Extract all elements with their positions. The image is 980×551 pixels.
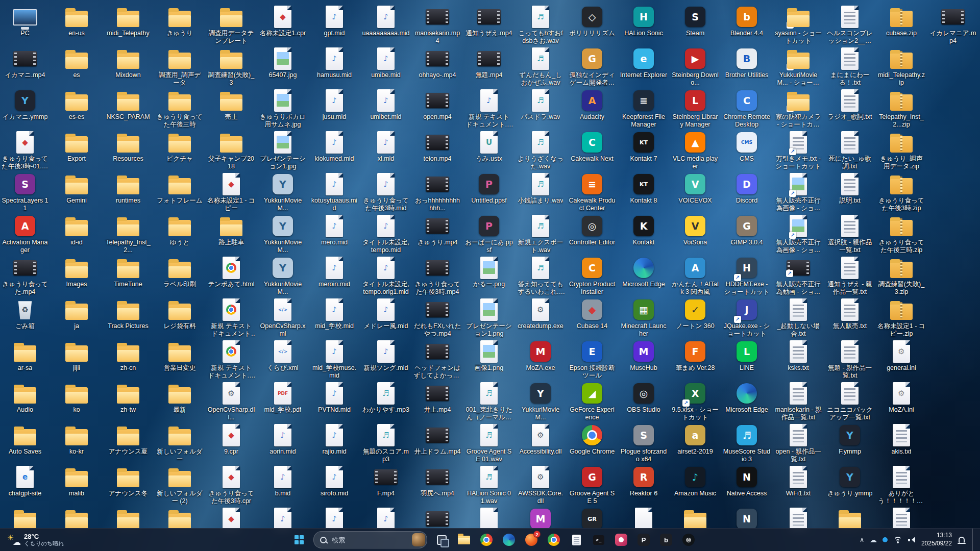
show-desktop-button[interactable] <box>972 529 975 551</box>
desktop-icon[interactable]: Auto Saves <box>1 423 49 465</box>
desktop-icon[interactable]: midi_Telepathy <box>104 5 152 47</box>
desktop-icon[interactable]: 選択肢 - 親作品一覧.txt <box>826 214 874 256</box>
desktop-icon[interactable]: ⚙general.ini <box>877 340 925 382</box>
desktop-icon[interactable]: ▦Minecraft Launcher <box>620 298 668 340</box>
desktop-icon[interactable]: 65407.jpg <box>259 47 307 89</box>
desktop-icon[interactable]: 最新 <box>156 382 204 423</box>
desktop-icon[interactable]: ↗家の防犯カメラ - ショートカット <box>774 89 822 131</box>
desktop-icon[interactable]: Microsoft Edge <box>723 382 771 423</box>
desktop-icon[interactable]: zh-cn <box>104 340 152 382</box>
desktop-icon[interactable]: ◇ポリリリリズム <box>568 5 616 47</box>
desktop-icon[interactable]: KTKontakt 8 <box>620 172 668 214</box>
desktop-icon[interactable]: Microsoft Edge <box>620 256 668 298</box>
desktop-icon[interactable]: VVOICEVOX <box>671 172 719 214</box>
desktop-icon[interactable]: aairset2-2019 <box>671 423 719 465</box>
desktop-icon[interactable]: ↗syasinn - ショートカット <box>774 5 822 47</box>
desktop-icon[interactable]: LSteinberg Library Manager <box>671 89 719 131</box>
desktop-icon[interactable]: 説明.txt <box>826 172 874 214</box>
search-box[interactable] <box>313 531 427 548</box>
desktop-icon[interactable]: YF.ymmp <box>826 423 874 465</box>
desktop-icon[interactable]: Yイカマニ.ymmp <box>1 89 49 131</box>
desktop-icon[interactable]: AAudacity <box>568 89 616 131</box>
desktop-icon[interactable]: midi_Telepathy.zip <box>877 47 925 89</box>
desktop-icon[interactable]: 調査用データテンプレート <box>207 5 255 47</box>
notification-bell-icon[interactable] <box>959 537 965 543</box>
desktop-icon[interactable]: ♪sirofo.mid <box>310 465 358 507</box>
onedrive-cloud-icon[interactable]: ☁ <box>870 536 877 544</box>
desktop-icon[interactable]: GGIMP 3.0.4 <box>723 214 771 256</box>
desktop-icon[interactable]: ↗無人販売不正行為動画 - ショートカット <box>774 256 822 298</box>
desktop-icon[interactable]: 無題.mp4 <box>465 47 513 89</box>
desktop-icon[interactable]: ♬わかりやす.mp3 <box>362 382 410 423</box>
desktop-icon[interactable]: ▲VLC media player <box>671 131 719 172</box>
clock[interactable]: 13:13 2025/09/22 <box>921 532 952 547</box>
desktop-icon[interactable]: ↗万引きメモ.txt - ショートカット <box>774 131 822 172</box>
desktop-icon[interactable]: KTKontakt 7 <box>620 131 668 172</box>
desktop-icon[interactable]: アナウンス冬 <box>104 465 152 507</box>
desktop-icon[interactable]: ⚙AWSSDK.Core.dll <box>517 465 565 507</box>
desktop-icon[interactable]: RReaktor 6 <box>620 465 668 507</box>
desktop-icon[interactable]: akis.txt <box>877 423 925 465</box>
desktop-icon[interactable]: ↗無人販売不正行為画像 - ショートカット <box>774 214 822 256</box>
desktop-icon[interactable]: NNative Access <box>723 465 771 507</box>
desktop-icon[interactable]: Pおーぱーにあ.ppsf <box>465 214 513 256</box>
desktop-icon[interactable]: きゅうり食ってた午後3時.mp4 <box>413 256 461 298</box>
desktop-icon[interactable]: open.mp4 <box>413 89 461 131</box>
desktop-icon[interactable]: F筆まめ Ver.28 <box>671 340 719 382</box>
desktop-icon[interactable]: ♪b.mid <box>259 465 307 507</box>
hidden-icons-chevron[interactable]: ∧ <box>860 536 864 543</box>
desktop-icon[interactable]: ♪タイトル未設定, tempo.mid <box>362 214 410 256</box>
desktop-icon[interactable]: 井上.mp4 <box>413 382 461 423</box>
desktop-icon[interactable]: ♪PVTNd.mid <box>310 382 358 423</box>
desktop-icon[interactable]: ◆9.cpr <box>207 423 255 465</box>
desktop-icon[interactable]: ピクチャ <box>156 131 204 172</box>
desktop-icon[interactable]: PDFmid_学校.pdf <box>259 382 307 423</box>
desktop-icon[interactable]: </>くらび.xml <box>259 340 307 382</box>
desktop-icon[interactable]: YYukkuriMovieM... <box>259 256 307 298</box>
desktop-icon[interactable]: ohhayo-.mp4 <box>413 47 461 89</box>
desktop-icon[interactable]: Audio <box>1 382 49 423</box>
desktop-icon[interactable]: 通知うぜえ - 親作品一覧.txt <box>826 256 874 298</box>
desktop-icon[interactable]: CMSCMS <box>723 131 771 172</box>
wifi-icon[interactable] <box>893 537 902 543</box>
desktop-icon[interactable]: ar-sa <box>1 340 49 382</box>
desktop-icon[interactable]: ≡Cakewalk Product Center <box>568 172 616 214</box>
desktop-icon[interactable]: TimeTune <box>104 256 152 298</box>
desktop-icon[interactable]: テンポあて.html <box>207 256 255 298</box>
taskbar-chrome-button[interactable] <box>476 530 497 550</box>
desktop-icon[interactable]: SPlogue sforzando x64 <box>620 423 668 465</box>
desktop-icon[interactable]: ♬001_東北きりたん（ノーマル）_今じゃ... <box>465 382 513 423</box>
desktop-icon[interactable]: ♪mid_学校.mid <box>310 298 358 340</box>
desktop-icon[interactable]: ♪きゅうり食ってた午後3時.mid <box>362 172 410 214</box>
desktop-icon[interactable]: ♬答え知っててもずるいわこれ.wav <box>517 256 565 298</box>
desktop-icon[interactable]: プレゼンテーション1.jpg <box>259 131 307 172</box>
desktop-icon[interactable]: 羽尻へ.mp4 <box>413 465 461 507</box>
desktop-icon[interactable]: cubase.zip <box>877 5 925 47</box>
desktop-icon[interactable]: Mixdown <box>104 47 152 89</box>
desktop-icon[interactable]: Telepathy_Inst_2... <box>104 214 152 256</box>
desktop-icon[interactable]: X↗9.5.xlsx - ショートカット <box>671 382 719 423</box>
desktop-icon[interactable]: きゅうり <box>156 5 204 47</box>
desktop-icon[interactable]: 新しいフォルダー (2) <box>156 465 204 507</box>
search-input[interactable] <box>331 536 408 544</box>
desktop-icon[interactable]: ◎OBS Studio <box>620 382 668 423</box>
desktop-icon[interactable]: YYukkuriMovieM... <box>259 214 307 256</box>
desktop-icon[interactable]: ♪タイトル未設定, tempo.orig1.mid <box>362 256 410 298</box>
desktop-icon[interactable]: PC <box>1 5 49 47</box>
desktop-icon[interactable]: G孤独なインディゲーム開発者の一生... <box>568 47 616 89</box>
desktop-icon[interactable]: ♪meroin.mid <box>310 256 358 298</box>
desktop-icon[interactable]: ↗無人販売不正行為画像 - ショートカット <box>774 172 822 214</box>
desktop-icon[interactable]: 新しいフォルダー <box>156 423 204 465</box>
desktop-icon[interactable]: NKSC_PARAM <box>104 89 152 131</box>
desktop-icon[interactable]: F.mp4 <box>362 465 410 507</box>
bluetooth-device-icon[interactable] <box>883 537 888 542</box>
desktop-icon[interactable]: ja <box>53 298 101 340</box>
desktop-icon[interactable]: ♪kiokumed.mid <box>310 131 358 172</box>
desktop-icon[interactable]: Uうみ.ustx <box>465 131 513 172</box>
desktop-icon[interactable]: ✓ノートン 360 <box>671 298 719 340</box>
desktop-icon[interactable]: es-es <box>53 89 101 131</box>
desktop-icon[interactable]: ♪mero.mid <box>310 214 358 256</box>
desktop-icon[interactable]: MMuseHub <box>620 340 668 382</box>
taskbar-app-b-button[interactable]: b <box>656 530 676 550</box>
desktop-icon[interactable]: きゅうり.mp4 <box>413 214 461 256</box>
